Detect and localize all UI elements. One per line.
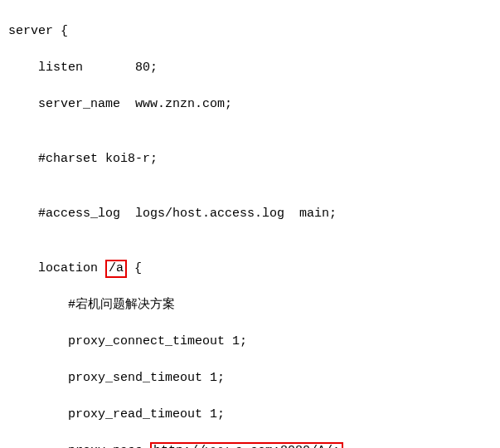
code-line: #charset koi8-r; — [8, 150, 492, 168]
code-line: proxy_read_timeout 1; — [8, 406, 492, 424]
code-line: listen 80; — [8, 59, 492, 77]
url-text: http://www.a.com:8080/A/; — [153, 444, 340, 448]
code-block: server { listen 80; server_name www.znzn… — [0, 0, 500, 448]
code-line: proxy_pass http://www.a.com:8080/A/; — [8, 442, 492, 448]
code-line: server_name www.znzn.com; — [8, 95, 492, 114]
code-line: location /a { — [8, 260, 492, 278]
code-line: #access_log logs/host.access.log main; — [8, 205, 492, 223]
code-line: server { — [8, 22, 492, 41]
code-line: #宕机问题解决方案 — [8, 296, 492, 314]
text: location — [8, 261, 105, 275]
text: proxy_pass — [8, 444, 150, 448]
highlighted-url-a: http://www.a.com:8080/A/; — [150, 442, 343, 448]
code-line: proxy_connect_timeout 1; — [8, 333, 492, 351]
text: { — [127, 261, 142, 275]
highlighted-path-a: /a — [105, 260, 127, 278]
code-line: proxy_send_timeout 1; — [8, 369, 492, 387]
